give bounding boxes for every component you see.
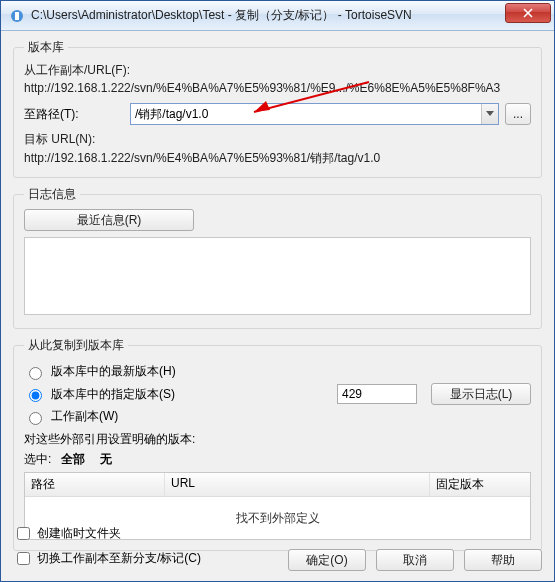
help-button[interactable]: 帮助	[464, 549, 542, 571]
specific-revision-label: 版本库中的指定版本(S)	[51, 386, 331, 403]
to-path-label: 至路径(T):	[24, 106, 124, 123]
copy-legend: 从此复制到版本库	[24, 337, 128, 354]
cancel-button[interactable]: 取消	[376, 549, 454, 571]
select-line: 选中: 全部 无	[24, 451, 531, 468]
svg-rect-1	[15, 12, 19, 20]
create-temp-folder-checkbox[interactable]	[17, 527, 30, 540]
ok-button[interactable]: 确定(O)	[288, 549, 366, 571]
from-url-value: http://192.168.1.222/svn/%E4%BA%A7%E5%93…	[24, 81, 531, 95]
show-log-button[interactable]: 显示日志(L)	[431, 383, 531, 405]
dest-url-label: 目标 URL(N):	[24, 131, 531, 148]
col-fixed[interactable]: 固定版本	[430, 473, 530, 496]
copy-group: 从此复制到版本库 版本库中的最新版本(H) 版本库中的指定版本(S) 显示日志(…	[13, 337, 542, 551]
close-icon	[523, 8, 533, 18]
from-url-label: 从工作副本/URL(F):	[24, 62, 531, 79]
to-path-input[interactable]	[130, 103, 499, 125]
col-path[interactable]: 路径	[25, 473, 165, 496]
dialog-window: C:\Users\Administrator\Desktop\Test - 复制…	[0, 0, 555, 582]
switch-wc-checkbox[interactable]	[17, 552, 30, 565]
externals-label: 对这些外部引用设置明确的版本:	[24, 431, 531, 448]
log-legend: 日志信息	[24, 186, 80, 203]
to-path-dropdown[interactable]	[481, 104, 498, 124]
head-revision-radio[interactable]	[29, 367, 42, 380]
working-copy-radio[interactable]	[29, 412, 42, 425]
col-url[interactable]: URL	[165, 473, 430, 496]
repo-legend: 版本库	[24, 39, 68, 56]
app-icon	[9, 8, 25, 24]
log-group: 日志信息 最近信息(R)	[13, 186, 542, 329]
specific-revision-radio[interactable]	[29, 389, 42, 402]
chevron-down-icon	[486, 111, 494, 117]
close-button[interactable]	[505, 3, 551, 23]
browse-button[interactable]: ...	[505, 103, 531, 125]
log-message-input[interactable]	[24, 237, 531, 315]
dest-url-value: http://192.168.1.222/svn/%E4%BA%A7%E5%93…	[24, 150, 531, 167]
client-area: 版本库 从工作副本/URL(F): http://192.168.1.222/s…	[1, 31, 554, 581]
head-revision-label: 版本库中的最新版本(H)	[51, 363, 531, 380]
bottom-area: 创建临时文件夹 切换工作副本至新分支/标记(C) 确定(O) 取消 帮助	[13, 522, 542, 571]
window-title: C:\Users\Administrator\Desktop\Test - 复制…	[31, 7, 505, 24]
table-header: 路径 URL 固定版本	[25, 473, 530, 497]
titlebar: C:\Users\Administrator\Desktop\Test - 复制…	[1, 1, 554, 31]
select-none-link[interactable]: 无	[100, 452, 112, 466]
working-copy-label: 工作副本(W)	[51, 408, 531, 425]
select-all-link[interactable]: 全部	[61, 452, 85, 466]
repo-group: 版本库 从工作副本/URL(F): http://192.168.1.222/s…	[13, 39, 542, 178]
recent-messages-button[interactable]: 最近信息(R)	[24, 209, 194, 231]
button-bar: 确定(O) 取消 帮助	[288, 549, 542, 571]
select-prefix: 选中:	[24, 452, 51, 466]
create-temp-folder-label: 创建临时文件夹	[37, 525, 121, 542]
revision-input[interactable]	[337, 384, 417, 404]
switch-wc-label: 切换工作副本至新分支/标记(C)	[37, 550, 201, 567]
